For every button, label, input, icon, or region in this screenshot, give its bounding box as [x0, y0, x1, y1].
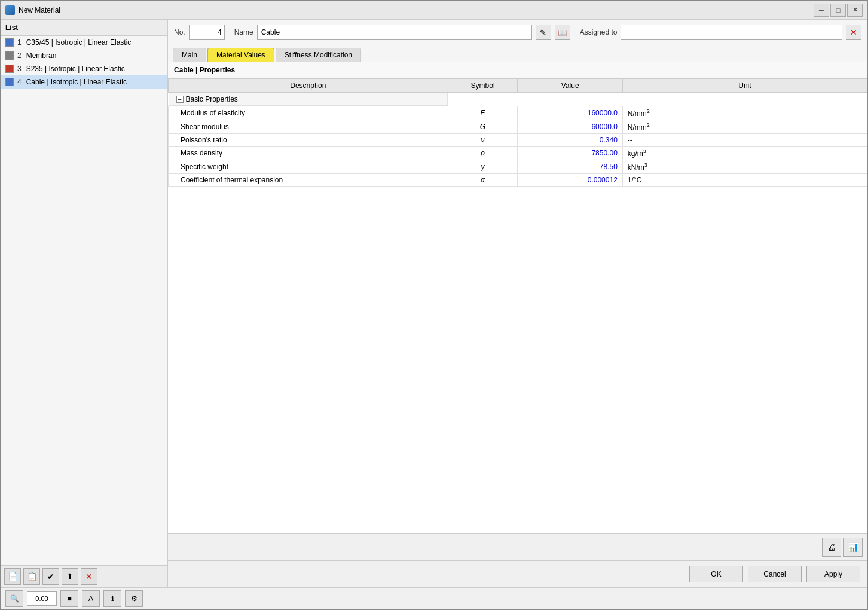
material-color-indicator: [5, 51, 14, 60]
prop-unit: --: [622, 134, 867, 147]
prop-desc: Poisson's ratio: [169, 134, 448, 147]
prop-value[interactable]: 0.340: [518, 134, 622, 147]
table-row: Specific weight γ 78.50 kN/m3: [169, 160, 867, 174]
settings-button[interactable]: ⚙: [125, 590, 143, 607]
new-material-button[interactable]: 📄: [4, 568, 21, 585]
prop-desc: Mass density: [169, 147, 448, 160]
prop-value[interactable]: 0.000012: [518, 174, 622, 187]
assigned-clear-button[interactable]: ✕: [846, 25, 861, 40]
table-row: Poisson's ratio ν 0.340 --: [169, 134, 867, 147]
status-bar: 🔍 ■ A ℹ ⚙: [1, 587, 867, 609]
panel-header: No. Name ✎ 📖 Assigned to ✕: [168, 20, 867, 45]
value-input[interactable]: [27, 591, 57, 606]
section-basic-properties: – Basic Properties: [169, 93, 867, 106]
prop-value[interactable]: 78.50: [518, 160, 622, 174]
sidebar-list: 1C35/45 | Isotropic | Linear Elastic2Mem…: [1, 36, 167, 565]
material-color-indicator: [5, 65, 14, 73]
tabs-bar: Main Material Values Stiffness Modificat…: [168, 45, 867, 62]
sidebar-header: List: [1, 20, 167, 36]
no-input[interactable]: [189, 25, 225, 40]
name-group: Name ✎ 📖: [234, 25, 570, 40]
material-color-indicator: [5, 78, 14, 86]
copy-material-button[interactable]: 📋: [23, 568, 40, 585]
material-name: S235 | Isotropic | Linear Elastic: [26, 65, 125, 73]
prop-symbol: E: [448, 106, 518, 120]
table-row: Coefficient of thermal expansion α 0.000…: [169, 174, 867, 187]
material-color-indicator: [5, 38, 14, 47]
no-group: No.: [174, 25, 225, 40]
sidebar-item-1[interactable]: 1C35/45 | Isotropic | Linear Elastic: [1, 36, 167, 49]
material-name: Membran: [26, 51, 57, 60]
info-button[interactable]: ℹ: [103, 590, 121, 607]
prop-symbol: ν: [448, 134, 518, 147]
table-row: Mass density ρ 7850.00 kg/m3: [169, 147, 867, 160]
window-controls: ─ □ ✕: [814, 4, 863, 17]
material-number: 1: [17, 38, 22, 47]
material-name: C35/45 | Isotropic | Linear Elastic: [26, 38, 132, 47]
prop-unit: 1/°C: [622, 174, 867, 187]
prop-desc: Specific weight: [169, 160, 448, 174]
material-number: 2: [17, 51, 22, 60]
prop-desc: Shear modulus: [169, 120, 448, 134]
app-icon: [5, 5, 15, 15]
prop-unit: kN/m3: [622, 160, 867, 174]
prop-value[interactable]: 160000.0: [518, 106, 622, 120]
col-unit: Unit: [622, 79, 867, 93]
title-bar: New Material ─ □ ✕: [1, 1, 867, 20]
sidebar: List 1C35/45 | Isotropic | Linear Elasti…: [1, 20, 168, 587]
search-button[interactable]: 🔍: [5, 590, 23, 607]
square-button[interactable]: ■: [60, 590, 78, 607]
print-button[interactable]: 🖨: [822, 538, 841, 557]
edit-button[interactable]: ✎: [536, 25, 551, 40]
delete-material-button[interactable]: ✕: [81, 568, 97, 585]
prop-value[interactable]: 7850.00: [518, 147, 622, 160]
prop-desc: Coefficient of thermal expansion: [169, 174, 448, 187]
sidebar-item-4[interactable]: 4Cable | Isotropic | Linear Elastic: [1, 75, 167, 89]
import-button[interactable]: ⬆: [62, 568, 78, 585]
apply-button[interactable]: Apply: [806, 566, 860, 582]
prop-symbol: ρ: [448, 147, 518, 160]
name-label: Name: [234, 28, 253, 36]
library-button[interactable]: 📖: [555, 25, 570, 40]
sidebar-item-3[interactable]: 3S235 | Isotropic | Linear Elastic: [1, 62, 167, 75]
sidebar-toolbar: 📄 📋 ✔ ⬆ ✕: [1, 565, 167, 587]
bottom-panel-toolbar: 🖨 📊: [168, 533, 867, 560]
assigned-input[interactable]: [621, 25, 842, 40]
text-mode-button[interactable]: A: [82, 590, 100, 607]
export-button[interactable]: 📊: [843, 538, 863, 557]
close-button[interactable]: ✕: [847, 4, 863, 17]
prop-unit: kg/m3: [622, 147, 867, 160]
material-name: Cable | Isotropic | Linear Elastic: [26, 78, 127, 86]
window-title: New Material: [19, 6, 814, 14]
content-area: Cable | Properties Description Symbol Va…: [168, 62, 867, 533]
prop-symbol: G: [448, 120, 518, 134]
cancel-button[interactable]: Cancel: [748, 566, 802, 582]
material-number: 4: [17, 78, 22, 86]
properties-table: Description Symbol Value Unit – Basic Pr…: [168, 78, 867, 187]
table-row: Modulus of elasticity E 160000.0 N/mm2: [169, 106, 867, 120]
main-window: New Material ─ □ ✕ List 1C35/45 | Isotro…: [0, 0, 868, 610]
prop-unit: N/mm2: [622, 120, 867, 134]
prop-unit: N/mm2: [622, 106, 867, 120]
no-label: No.: [174, 28, 185, 36]
col-description: Description: [169, 79, 448, 93]
section-toggle[interactable]: –: [176, 96, 184, 103]
prop-value[interactable]: 60000.0: [518, 120, 622, 134]
table-row: Shear modulus G 60000.0 N/mm2: [169, 120, 867, 134]
minimize-button[interactable]: ─: [814, 4, 829, 17]
ok-button[interactable]: OK: [689, 566, 743, 582]
footer-bar: OK Cancel Apply: [168, 560, 867, 587]
prop-desc: Modulus of elasticity: [169, 106, 448, 120]
tab-main[interactable]: Main: [173, 48, 206, 62]
properties-header: Cable | Properties: [168, 62, 867, 78]
right-panel: No. Name ✎ 📖 Assigned to ✕ Main M: [168, 20, 867, 587]
section-label: Basic Properties: [186, 95, 238, 103]
sidebar-item-2[interactable]: 2Membran: [1, 49, 167, 62]
check-button[interactable]: ✔: [42, 568, 59, 585]
name-input[interactable]: [257, 25, 532, 40]
tab-material-values[interactable]: Material Values: [207, 48, 274, 62]
maximize-button[interactable]: □: [830, 4, 846, 17]
assigned-group: Assigned to ✕: [580, 25, 861, 40]
assigned-label: Assigned to: [580, 28, 618, 36]
tab-stiffness-modification[interactable]: Stiffness Modification: [276, 48, 361, 62]
